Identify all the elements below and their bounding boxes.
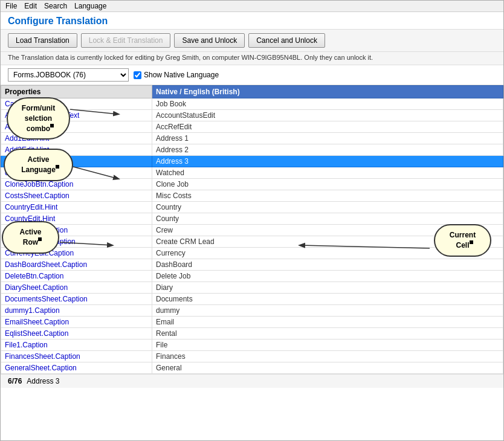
table-row[interactable]: CloneJobBtn.CaptionClone Job: [1, 179, 503, 190]
table-row[interactable]: CountyEdit.HintCounty: [1, 213, 503, 225]
translation-table: Properties Native / English (British) Ca…: [1, 85, 503, 374]
lock-message: The Translation data is currently locked…: [1, 52, 503, 65]
value-cell: Rental: [152, 328, 503, 340]
table-row[interactable]: CurrencyEdit.CaptionCurrency: [1, 248, 503, 259]
property-cell: dummy1.Caption: [1, 305, 152, 317]
value-cell: General: [152, 362, 503, 374]
table-row[interactable]: Add1Edit.HintAddress 1: [1, 133, 503, 144]
annotation-active-language: Active Language: [4, 149, 73, 181]
property-cell: DocumentsSheet.Caption: [1, 294, 152, 305]
property-cell: File1.Caption: [1, 340, 152, 351]
table-row[interactable]: CostsSheet.CaptionMisc Costs: [1, 190, 503, 202]
value-cell: AccRefEdit: [152, 121, 503, 133]
cancel-unlock-button[interactable]: Cancel and Unlock: [248, 33, 325, 48]
property-cell: CostsSheet.Caption: [1, 190, 152, 202]
property-cell: DashBoardSheet.Caption: [1, 259, 152, 271]
form-selector-dropdown[interactable]: Forms.JOBBOOK (76): [8, 68, 129, 82]
table-row[interactable]: Add3Edit.HintAddress 3: [1, 156, 503, 167]
table-row[interactable]: DiarySheet.CaptionDiary: [1, 282, 503, 294]
table-row[interactable]: AccRefEdit.TextAccRefEdit: [1, 121, 503, 133]
current-cell-value: Address 3: [27, 377, 59, 385]
property-cell: DeleteBtn.Caption: [1, 271, 152, 282]
col-header-native: Native / English (British): [152, 86, 503, 98]
annotation-active-row: Active Row: [2, 221, 59, 254]
value-cell: Misc Costs: [152, 190, 503, 202]
value-cell: Documents: [152, 294, 503, 305]
value-cell: Diary: [152, 282, 503, 294]
table-row[interactable]: CRMLeadBtn.CaptionCreate CRM Lead: [1, 236, 503, 248]
table-row[interactable]: GeneralSheet.CaptionGeneral: [1, 362, 503, 374]
load-translation-button[interactable]: Load Translation: [8, 33, 77, 48]
table-row[interactable]: CrewSheet.CaptionCrew: [1, 225, 503, 236]
show-native-label: Show Native Language: [134, 71, 219, 79]
annotation-current-cell: Current Cell: [434, 224, 491, 257]
menu-bar: File Edit Search Language: [1, 1, 503, 12]
table-row[interactable]: Add2Edit.HintAddress 2: [1, 144, 503, 156]
value-cell: County: [152, 213, 503, 225]
annotation-form-unit: Form/unit selction combo: [7, 97, 70, 140]
value-cell: Watched: [152, 167, 503, 179]
page-title: Configure Translation: [8, 16, 496, 27]
status-bar: 6/76 Address 3: [1, 374, 503, 388]
value-cell: Address 1: [152, 133, 503, 144]
property-cell: EmailSheet.Caption: [1, 317, 152, 328]
table-row[interactable]: dummy1.Captiondummy: [1, 305, 503, 317]
form-selector-bar: Forms.JOBBOOK (76) Show Native Language: [1, 65, 503, 85]
value-cell: Address 2: [152, 144, 503, 156]
show-native-checkbox[interactable]: [134, 71, 141, 79]
table-row[interactable]: EqlistSheet.CaptionRental: [1, 328, 503, 340]
value-cell: Delete Job: [152, 271, 503, 282]
table-row[interactable]: CaptionJob Book: [1, 98, 503, 110]
table-row[interactable]: DocumentsSheet.CaptionDocuments: [1, 294, 503, 305]
menu-search[interactable]: Search: [44, 2, 67, 10]
table-row[interactable]: File1.CaptionFile: [1, 340, 503, 351]
value-cell: Email: [152, 317, 503, 328]
value-cell: File: [152, 340, 503, 351]
property-cell: CountryEdit.Hint: [1, 202, 152, 213]
value-cell: Job Book: [152, 98, 503, 110]
translation-table-container: Properties Native / English (British) Ca…: [1, 85, 503, 374]
lock-edit-button[interactable]: Lock & Edit Translation: [81, 33, 171, 48]
value-cell: Finances: [152, 351, 503, 362]
value-cell: AccountStatusEdit: [152, 110, 503, 121]
table-row[interactable]: CountryEdit.HintCountry: [1, 202, 503, 213]
col-header-properties: Properties: [1, 86, 152, 98]
save-unlock-button[interactable]: Save and Unlock: [174, 33, 245, 48]
toolbar: Load Translation Lock & Edit Translation…: [1, 30, 503, 52]
value-cell: Clone Job: [152, 179, 503, 190]
row-position: 6/76: [8, 377, 22, 385]
table-row[interactable]: AccountStatusEdit.TextAccountStatusEdit: [1, 110, 503, 121]
property-cell: FinancesSheet.Caption: [1, 351, 152, 362]
menu-edit[interactable]: Edit: [24, 2, 37, 10]
table-row[interactable]: FinancesSheet.CaptionFinances: [1, 351, 503, 362]
table-row[interactable]: cbWatched.CaptionWatched: [1, 167, 503, 179]
menu-language[interactable]: Language: [74, 2, 106, 10]
value-cell: dummy: [152, 305, 503, 317]
table-row[interactable]: EmailSheet.CaptionEmail: [1, 317, 503, 328]
property-cell: GeneralSheet.Caption: [1, 362, 152, 374]
property-cell: DiarySheet.Caption: [1, 282, 152, 294]
property-cell: EqlistSheet.Caption: [1, 328, 152, 340]
value-cell: Country: [152, 202, 503, 213]
show-native-text: Show Native Language: [144, 71, 219, 79]
title-bar: Configure Translation: [1, 12, 503, 30]
menu-file[interactable]: File: [5, 2, 17, 10]
table-row[interactable]: DeleteBtn.CaptionDelete Job: [1, 271, 503, 282]
table-row[interactable]: DashBoardSheet.CaptionDashBoard: [1, 259, 503, 271]
value-cell: DashBoard: [152, 259, 503, 271]
value-cell: Address 3: [152, 156, 503, 167]
